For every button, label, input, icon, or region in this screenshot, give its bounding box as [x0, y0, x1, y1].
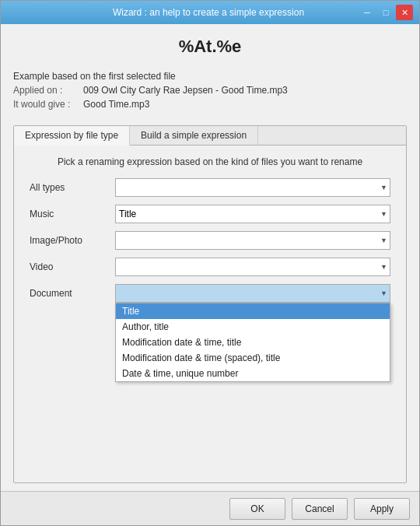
document-option-date-time-unique[interactable]: Date & time, unique number — [116, 366, 390, 381]
document-row: Document Title Author, title Modificatio… — [30, 284, 390, 303]
document-select[interactable] — [115, 284, 390, 303]
would-give-value: Good Time.mp3 — [83, 99, 149, 110]
tab-build-simple-expression[interactable]: Build a simple expression — [130, 126, 258, 145]
tabs-container: Expression by file type Build a simple e… — [13, 125, 407, 483]
all-types-select-wrapper — [115, 178, 390, 197]
info-box: Example based on the first selected file… — [13, 65, 407, 116]
ok-button[interactable]: OK — [229, 498, 285, 520]
close-button[interactable]: ✕ — [396, 5, 413, 20]
window-title: Wizard : an help to create a simple expr… — [58, 7, 359, 18]
all-types-row: All types — [30, 178, 390, 197]
video-select[interactable] — [115, 258, 390, 276]
music-select[interactable]: Title — [115, 205, 390, 223]
document-dropdown-open: Title Author, title Modification date & … — [115, 303, 390, 382]
tab-expression-by-file-type[interactable]: Expression by file type — [14, 126, 130, 146]
example-label-row: Example based on the first selected file — [13, 69, 407, 83]
video-label: Video — [30, 261, 115, 272]
image-photo-select[interactable] — [115, 231, 390, 250]
expression-code: %At.%e — [13, 32, 407, 65]
cancel-button[interactable]: Cancel — [292, 498, 348, 520]
music-label: Music — [30, 209, 115, 219]
document-option-author-title[interactable]: Author, title — [116, 319, 390, 335]
applied-on-label: Applied on : — [13, 85, 83, 96]
apply-button[interactable]: Apply — [354, 498, 410, 520]
tab-header: Expression by file type Build a simple e… — [14, 126, 406, 146]
would-give-row: It would give : Good Time.mp3 — [13, 97, 407, 111]
applied-on-value: 009 Owl City Carly Rae Jepsen - Good Tim… — [83, 85, 288, 96]
window-controls: ─ □ ✕ — [359, 5, 413, 20]
music-row: Music Title — [30, 205, 390, 223]
applied-on-row: Applied on : 009 Owl City Carly Rae Jeps… — [13, 83, 407, 97]
document-select-wrapper: Title Author, title Modification date & … — [115, 284, 390, 303]
all-types-label: All types — [30, 182, 115, 193]
bottom-bar: OK Cancel Apply — [1, 491, 419, 525]
minimize-button[interactable]: ─ — [359, 5, 376, 20]
would-give-label: It would give : — [13, 99, 83, 110]
video-select-wrapper — [115, 258, 390, 276]
music-select-wrapper: Title — [115, 205, 390, 223]
content-area: %At.%e Example based on the first select… — [1, 24, 419, 491]
pick-label: Pick a renaming expression based on the … — [30, 156, 390, 167]
title-bar: Wizard : an help to create a simple expr… — [1, 1, 419, 24]
image-photo-row: Image/Photo — [30, 231, 390, 250]
tab-content-expression: Pick a renaming expression based on the … — [14, 146, 406, 482]
video-row: Video — [30, 258, 390, 276]
document-option-title[interactable]: Title — [116, 303, 390, 319]
image-photo-select-wrapper — [115, 231, 390, 250]
document-option-mod-date-time-spaced-title[interactable]: Modification date & time (spaced), title — [116, 350, 390, 366]
maximize-button[interactable]: □ — [377, 5, 394, 20]
all-types-select[interactable] — [115, 178, 390, 197]
document-option-mod-date-time-title[interactable]: Modification date & time, title — [116, 335, 390, 350]
image-photo-label: Image/Photo — [30, 235, 115, 246]
main-window: Wizard : an help to create a simple expr… — [0, 0, 420, 526]
example-label: Example based on the first selected file — [13, 71, 176, 82]
document-label: Document — [30, 288, 115, 299]
